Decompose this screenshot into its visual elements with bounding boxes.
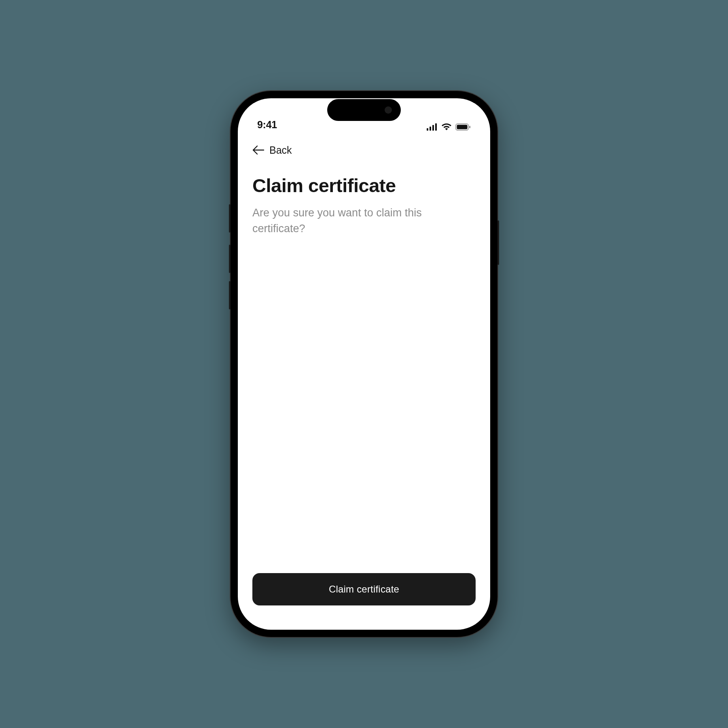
svg-rect-1	[430, 127, 431, 131]
back-button[interactable]: Back	[238, 135, 490, 161]
dynamic-island	[327, 99, 401, 121]
cellular-signal-icon	[427, 123, 438, 131]
page-title: Claim certificate	[252, 175, 476, 196]
svg-rect-3	[435, 123, 437, 131]
claim-certificate-button[interactable]: Claim certificate	[252, 573, 476, 605]
svg-rect-2	[432, 125, 434, 131]
phone-screen: 9:41	[238, 98, 490, 630]
arrow-left-icon	[252, 145, 265, 155]
footer-actions: Claim certificate	[238, 573, 490, 630]
wifi-icon	[441, 123, 452, 131]
svg-rect-5	[457, 125, 468, 129]
page-subtitle: Are you sure you want to claim this cert…	[252, 205, 463, 237]
svg-rect-0	[427, 128, 428, 131]
battery-icon	[455, 123, 471, 131]
status-time: 9:41	[257, 119, 277, 131]
phone-device-frame: 9:41	[231, 91, 497, 637]
status-indicators	[427, 123, 471, 131]
page-content: Claim certificate Are you sure you want …	[238, 161, 490, 573]
back-label: Back	[269, 144, 292, 156]
svg-rect-6	[469, 126, 470, 128]
